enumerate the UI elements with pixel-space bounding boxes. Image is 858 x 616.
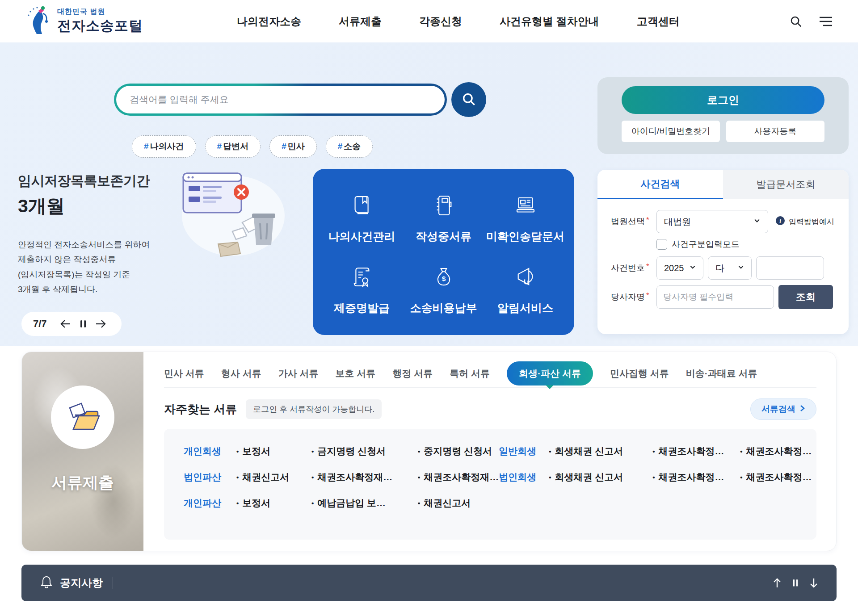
document-search-label: 서류검색 — [761, 403, 795, 415]
quick-label: 나의사건관리 — [328, 229, 395, 244]
case-type-mode-label: 사건구분입력모드 — [672, 239, 740, 250]
login-panel: 로그인 아이디/비밀번호찾기 사용자등록 — [597, 77, 849, 154]
hashtag-label: 소송 — [344, 142, 361, 151]
required-marker: * — [646, 291, 649, 300]
doc-row-personal-rehabilitation: 개인회생 보정서 금지명령 신청서 중지명령 신청서 — [184, 445, 499, 457]
doc-item-link[interactable]: 예납금납입 보… — [311, 497, 418, 509]
doc-category-link[interactable]: 법인회생 — [499, 471, 549, 483]
hamburger-menu-icon[interactable] — [819, 16, 833, 27]
doc-category-link[interactable]: 법인파산 — [184, 471, 236, 483]
documents-card: 서류제출 민사 서류 형사 서류 가사 서류 보호 서류 행정 서류 특허 서류… — [21, 352, 837, 551]
tab-criminal-docs[interactable]: 형사 서류 — [221, 367, 261, 380]
folder-icon — [63, 400, 102, 435]
tab-civil-docs[interactable]: 민사 서류 — [164, 367, 204, 380]
hashtag-my-case[interactable]: #나의사건 — [132, 135, 196, 158]
main-search-input[interactable] — [130, 94, 431, 105]
header: 대한민국 법원 전자소송포털 나의전자소송 서류제출 각종신청 사건유형별 절차… — [0, 0, 858, 42]
nav-customer-center[interactable]: 고객센터 — [637, 14, 680, 29]
tab-rehabilitation-bankruptcy-docs[interactable]: 회생·파산 서류 — [507, 361, 593, 386]
doc-category-link[interactable]: 일반회생 — [499, 445, 549, 457]
user-register-button[interactable]: 사용자등록 — [726, 121, 824, 142]
quick-notification-service[interactable]: 알림서비스 — [484, 254, 566, 325]
banner-page-indicator: 7/7 — [33, 318, 47, 330]
login-button[interactable]: 로그인 — [622, 86, 824, 114]
tab-non-litigation-fine-docs[interactable]: 비송·과태료 서류 — [686, 367, 757, 380]
doc-category-link[interactable]: 개인회생 — [184, 445, 236, 457]
nav-case-procedures[interactable]: 사건유형별 절차안내 — [500, 14, 599, 29]
tab-administrative-docs[interactable]: 행정 서류 — [392, 367, 433, 380]
nav-document-submit[interactable]: 서류제출 — [339, 14, 382, 29]
quick-label: 제증명발급 — [334, 301, 390, 315]
hashtag-lawsuit[interactable]: #소송 — [326, 135, 373, 158]
case-type-select[interactable]: 다 — [708, 256, 752, 280]
site-logo[interactable]: 대한민국 법원 전자소송포털 — [25, 5, 143, 38]
banner-prev-button[interactable] — [59, 319, 71, 329]
logo-title: 전자소송포털 — [57, 17, 143, 35]
hashtag-civil[interactable]: #민사 — [269, 135, 317, 158]
find-id-password-button[interactable]: 아이디/비밀번호찾기 — [622, 121, 720, 142]
documents-section: 서류제출 민사 서류 형사 서류 가사 서류 보호 서류 행정 서류 특허 서류… — [0, 346, 858, 551]
document-submit-banner[interactable]: 서류제출 — [22, 352, 143, 551]
doc-row-general-rehabilitation: 일반회생 회생채권 신고서 채권조사확정… 채권조사확정… — [499, 445, 812, 457]
tab-case-search[interactable]: 사건검색 — [597, 170, 723, 199]
chevron-down-icon — [737, 263, 745, 273]
doc-item-link[interactable]: 회생채권 신고서 — [549, 471, 652, 483]
notice-link[interactable]: 공지사항 — [40, 575, 103, 591]
doc-item-link[interactable]: 채권조사확정재… — [311, 471, 418, 483]
doc-item-link[interactable]: 회생채권 신고서 — [549, 445, 652, 457]
main-search-button[interactable] — [451, 82, 486, 117]
folder-circle — [51, 386, 114, 449]
quick-drafts[interactable]: 작성중서류 — [403, 182, 484, 254]
doc-item-link[interactable]: 금지명령 신청서 — [311, 445, 418, 457]
svg-text:i: i — [779, 218, 781, 224]
notice-down-button[interactable] — [810, 578, 818, 588]
doc-item-link[interactable]: 중지명령 신청서 — [418, 445, 499, 457]
quick-unconfirmed-documents[interactable]: 미확인송달문서 — [484, 182, 566, 254]
doc-item-link[interactable]: 채권조사확정… — [652, 471, 740, 483]
doc-item-link[interactable]: 채권조사확정… — [740, 445, 812, 457]
tab-issued-documents[interactable]: 발급문서조회 — [723, 170, 849, 199]
quick-my-case-management[interactable]: 나의사건관리 — [321, 182, 403, 254]
quick-menu-panel: 나의사건관리 작성중서류 미확인송달문서 — [313, 169, 574, 335]
hash-symbol: # — [144, 142, 149, 151]
banner-next-button[interactable] — [95, 319, 107, 329]
notice-pause-button[interactable] — [793, 578, 798, 587]
logo-subtitle: 대한민국 법원 — [57, 7, 143, 17]
hashtag-answer[interactable]: #답변서 — [205, 135, 261, 158]
quick-cost-payment[interactable]: $ 소송비용납부 — [403, 254, 484, 325]
header-search-icon[interactable] — [789, 15, 803, 28]
doc-category-link[interactable]: 개인파산 — [184, 497, 236, 509]
tab-protection-docs[interactable]: 보호 서류 — [336, 367, 376, 380]
doc-item-link[interactable]: 채권조사확정… — [740, 471, 812, 483]
main-nav: 나의전자소송 서류제출 각종신청 사건유형별 절차안내 고객센터 — [237, 14, 680, 29]
doc-item-link[interactable]: 보정서 — [236, 497, 311, 509]
case-year-value: 2025 — [664, 263, 684, 273]
doc-item-link[interactable]: 채권조사확정… — [652, 445, 740, 457]
tab-civil-execution-docs[interactable]: 민사집행 서류 — [610, 367, 669, 380]
chevron-down-icon — [689, 263, 697, 273]
main-search-bar — [114, 84, 447, 116]
doc-item-link[interactable]: 채권조사확정재… — [418, 471, 499, 483]
input-example-link[interactable]: i 입력방법예시 — [775, 216, 834, 228]
banner-pause-button[interactable] — [80, 319, 86, 328]
nav-my-litigation[interactable]: 나의전자소송 — [237, 14, 301, 29]
promo-title: 임시저장목록보존기간 — [18, 172, 165, 190]
doc-item-link[interactable]: 채권신고서 — [236, 471, 311, 483]
tab-family-docs[interactable]: 가사 서류 — [278, 367, 319, 380]
document-search-button[interactable]: 서류검색 — [750, 398, 816, 420]
doc-item-link[interactable]: 보정서 — [236, 445, 311, 457]
case-inquiry-button[interactable]: 조회 — [778, 285, 833, 309]
court-select[interactable]: 대법원 — [656, 210, 768, 233]
case-year-select[interactable]: 2025 — [656, 256, 703, 280]
quick-certificate-issuance[interactable]: 제증명발급 — [321, 254, 403, 325]
nav-applications[interactable]: 각종신청 — [419, 14, 462, 29]
required-marker: * — [646, 216, 649, 224]
doc-row-corporate-rehabilitation: 법인회생 회생채권 신고서 채권조사확정… 채권조사확정… — [499, 471, 812, 483]
doc-item-link[interactable]: 채권신고서 — [418, 497, 499, 509]
notice-up-button[interactable] — [773, 578, 781, 588]
case-number-input[interactable] — [756, 256, 824, 280]
case-search-card: 사건검색 발급문서조회 법원선택* 대법원 i 입력방법예시 사건구분입력모드 — [597, 170, 849, 334]
tab-patent-docs[interactable]: 특허 서류 — [450, 367, 490, 380]
case-type-mode-checkbox[interactable] — [656, 239, 667, 250]
party-name-input[interactable] — [656, 285, 774, 309]
